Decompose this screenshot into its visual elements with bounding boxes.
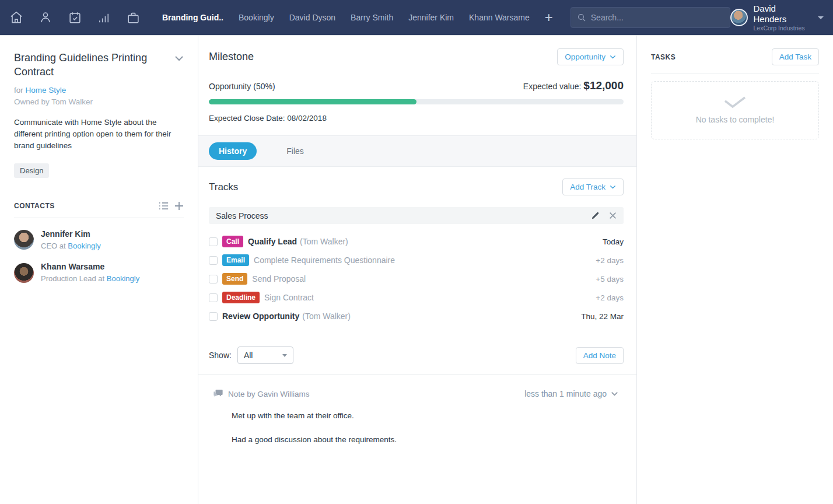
show-filter-select[interactable]: All [237, 346, 293, 364]
nav-icon-group [8, 9, 141, 26]
search-box [570, 7, 730, 28]
track-task-row: Review Opportunity (Tom Walker) Thu, 22 … [209, 307, 624, 326]
user-avatar [730, 9, 748, 26]
task-checkbox[interactable] [209, 275, 218, 284]
note-timestamp-toggle[interactable]: less than 1 minute ago [524, 389, 624, 398]
track-task-list: Call Qualify Lead (Tom Walker) Today Ema… [209, 232, 624, 326]
tasks-panel: TASKS Add Task No tasks to complete! [637, 36, 833, 504]
home-icon[interactable] [8, 9, 24, 26]
tasks-header: TASKS [651, 53, 676, 61]
task-due-date: Thu, 22 Mar [581, 312, 624, 321]
nav-tab-david-dyson[interactable]: David Dyson [289, 13, 335, 22]
main-content: Milestone Opportunity Opportunity (50%) … [198, 36, 637, 504]
task-checkbox[interactable] [209, 293, 218, 302]
contact-company-link[interactable]: Bookingly [68, 242, 100, 250]
nav-tab-bookingly[interactable]: Bookingly [239, 13, 274, 22]
task-category-badge: Send [222, 273, 247, 285]
contact-avatar [14, 230, 34, 250]
nav-tab-barry-smith[interactable]: Barry Smith [351, 13, 393, 22]
task-checkbox[interactable] [209, 237, 218, 246]
milestone-heading: Milestone [209, 51, 254, 63]
tab-history[interactable]: History [209, 142, 257, 160]
note-timestamp: less than 1 minute ago [524, 389, 607, 398]
owner-label: Owned by Tom Walker [14, 97, 184, 106]
stats-icon[interactable] [96, 9, 112, 26]
task-checkbox[interactable] [209, 256, 218, 265]
calendar-icon[interactable] [66, 9, 83, 26]
contact-name[interactable]: Khann Warsame [41, 261, 139, 272]
tasks-empty-state: No tasks to complete! [651, 81, 819, 139]
opportunity-progress-bar [209, 99, 624, 104]
task-due-date: +2 days [596, 256, 624, 265]
add-track-label: Add Track [570, 183, 606, 191]
expected-close-date: Expected Close Date: 08/02/2018 [209, 114, 624, 135]
add-note-button[interactable]: Add Note [576, 347, 624, 364]
milestone-section: Milestone Opportunity Opportunity (50%) … [198, 36, 636, 135]
chevron-down-icon [610, 55, 616, 59]
task-assignee: (Tom Walker) [300, 237, 348, 246]
task-category-badge: Call [222, 236, 243, 247]
search-input[interactable] [591, 13, 724, 22]
history-filter-row: Show: All Add Note [198, 346, 636, 374]
track-task-row: Email Complete Requirements Questionnair… [209, 251, 624, 270]
note-paragraph: Had a good discussion about the requirem… [232, 435, 624, 444]
contact-row-jennifer-kim: Jennifer Kim CEO at Bookingly [14, 229, 184, 251]
contact-company-link[interactable]: Bookingly [107, 274, 139, 283]
opportunity-title: Branding Guidelines Printing Contract [14, 51, 160, 79]
remove-track-close-icon[interactable] [609, 212, 617, 219]
contacts-icon[interactable] [37, 9, 54, 26]
task-due-date: +2 days [596, 293, 624, 302]
task-assignee: (Tom Walker) [302, 312, 351, 321]
nav-tab-khann-warsame[interactable]: Khann Warsame [469, 13, 530, 22]
search-icon [577, 13, 586, 22]
nav-tab-branding-guidelines[interactable]: Branding Guid.. [162, 13, 223, 22]
add-track-button[interactable]: Add Track [562, 178, 624, 195]
chevron-down-icon [611, 391, 618, 396]
contact-list-icon[interactable] [159, 202, 169, 210]
contact-at-label: at [98, 274, 104, 283]
opportunity-percent-label: Opportunity (50%) [209, 82, 275, 91]
task-title: Send Proposal [252, 274, 306, 284]
user-menu[interactable]: David Henders LexCorp Industries [730, 4, 824, 32]
track-task-row: Send Send Proposal +5 days [209, 270, 624, 288]
contact-row-khann-warsame: Khann Warsame Production Lead at Booking… [14, 261, 184, 284]
cases-icon[interactable] [125, 9, 141, 26]
milestone-type-dropdown[interactable]: Opportunity [557, 48, 624, 65]
add-tab-icon[interactable]: + [545, 10, 553, 24]
track-name-bar: Sales Process [209, 207, 624, 224]
task-title: Sign Contract [264, 293, 314, 302]
add-task-label: Add Task [779, 52, 811, 61]
task-checkbox[interactable] [209, 312, 218, 321]
tracks-section: Tracks Add Track Sales Process Call Qual… [198, 167, 636, 326]
party-link[interactable]: Home Style [26, 86, 66, 94]
opportunity-menu-chevron-icon[interactable] [174, 53, 184, 64]
tasks-empty-message: No tasks to complete! [696, 115, 775, 124]
tag-design[interactable]: Design [14, 163, 49, 178]
edit-track-pencil-icon[interactable] [591, 211, 600, 220]
contact-role: CEO [41, 242, 57, 250]
check-icon [723, 96, 747, 109]
tab-files[interactable]: Files [276, 142, 314, 160]
track-task-row: Call Qualify Lead (Tom Walker) Today [209, 232, 624, 251]
milestone-type-label: Opportunity [565, 52, 606, 61]
opportunity-description: Communicate with Home Style about the di… [14, 117, 180, 152]
top-navbar: Branding Guid.. Bookingly David Dyson Ba… [0, 0, 833, 35]
nav-tab-jennifer-kim[interactable]: Jennifer Kim [408, 13, 454, 22]
user-name: David Henders [754, 4, 810, 24]
task-category-badge: Email [222, 254, 249, 266]
track-task-row: Deadline Sign Contract +2 days [209, 288, 624, 307]
chevron-down-icon [610, 185, 616, 189]
tracks-heading: Tracks [209, 181, 238, 193]
add-contact-icon[interactable] [174, 201, 184, 211]
note-entry: Note by Gavin Williams less than 1 minut… [198, 374, 636, 459]
contacts-header: CONTACTS [14, 202, 55, 210]
task-due-date: +5 days [596, 275, 624, 284]
note-icon [214, 390, 223, 398]
add-note-label: Add Note [583, 351, 616, 360]
show-label: Show: [209, 351, 232, 360]
add-task-button[interactable]: Add Task [772, 48, 819, 65]
note-byline: Note by Gavin Williams [228, 390, 310, 398]
opportunity-progress-fill [209, 99, 416, 104]
task-due-date: Today [603, 237, 624, 246]
contact-name[interactable]: Jennifer Kim [41, 229, 101, 240]
